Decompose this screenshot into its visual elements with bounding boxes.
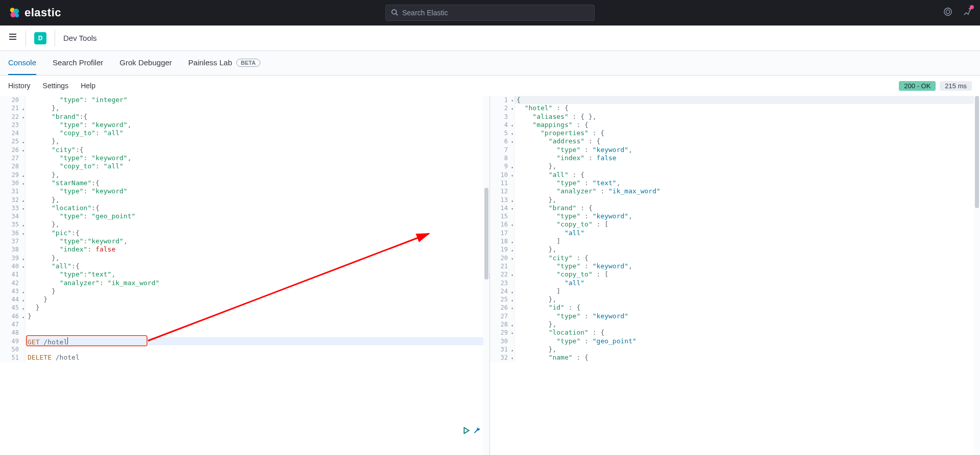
code-line[interactable]: "location":{ bbox=[26, 204, 489, 212]
code-line[interactable]: }, bbox=[26, 254, 489, 262]
line-number: 20 bbox=[0, 96, 25, 104]
code-line[interactable]: "brand":{ bbox=[26, 113, 489, 121]
tabs-bar: ConsoleSearch ProfilerGrok DebuggerPainl… bbox=[0, 51, 980, 75]
fold-open-icon[interactable]: ▾ bbox=[511, 355, 513, 363]
tab-grok-debugger[interactable]: Grok Debugger bbox=[119, 51, 172, 75]
tab-search-profiler[interactable]: Search Profiler bbox=[53, 51, 103, 75]
tab-label: Painless Lab bbox=[188, 58, 232, 67]
line-gutter: 2021▴22▾232425▴26▾272829▴30▾3132▴33▾3435… bbox=[0, 96, 26, 362]
scroll-thumb[interactable] bbox=[484, 188, 488, 280]
code-line[interactable]: } bbox=[26, 304, 489, 312]
code-line: "location" : { bbox=[514, 328, 980, 337]
search-input[interactable] bbox=[402, 9, 589, 17]
code-line[interactable]: "all":{ bbox=[26, 262, 489, 270]
settings-link[interactable]: Settings bbox=[43, 82, 69, 90]
response-editor[interactable]: 1▾2▾34▾5▾6▾789▴10▾111213▴14▾1516▾1718▴19… bbox=[490, 96, 980, 455]
svg-point-2 bbox=[11, 12, 16, 18]
code-line[interactable]: DELETE /hotel bbox=[26, 353, 489, 362]
code-line: "brand" : { bbox=[514, 204, 980, 212]
code-line[interactable]: }, bbox=[26, 220, 489, 229]
history-link[interactable]: History bbox=[8, 82, 31, 90]
code-line[interactable]: "copy_to": "all" bbox=[26, 162, 489, 170]
line-number: 17 bbox=[490, 229, 514, 237]
code-line: }, bbox=[514, 162, 980, 170]
code-line: "city" : { bbox=[514, 254, 980, 262]
help-icon[interactable] bbox=[943, 7, 952, 19]
code-line[interactable]: "starName":{ bbox=[26, 179, 489, 187]
play-icon[interactable] bbox=[463, 427, 470, 436]
code-line[interactable]: "type":"keyword", bbox=[26, 237, 489, 245]
line-number: 9▴ bbox=[490, 162, 514, 170]
global-search bbox=[385, 5, 595, 21]
code-line[interactable] bbox=[26, 328, 489, 337]
wrench-icon[interactable] bbox=[473, 427, 480, 436]
line-number: 8 bbox=[490, 154, 514, 162]
line-number: 35▴ bbox=[0, 220, 25, 229]
tab-console[interactable]: Console bbox=[8, 51, 36, 75]
code-line[interactable]: "type": "integer" bbox=[26, 96, 489, 104]
code-area[interactable]: "type": "integer" }, "brand":{ "type": "… bbox=[26, 96, 489, 362]
svg-point-6 bbox=[944, 8, 951, 15]
code-line: "mappings" : { bbox=[514, 121, 980, 129]
svg-point-4 bbox=[392, 9, 397, 14]
scrollbar[interactable] bbox=[974, 96, 980, 455]
code-line[interactable]: "type":"text", bbox=[26, 270, 489, 279]
line-number: 27 bbox=[490, 312, 514, 320]
breadcrumb-title[interactable]: Dev Tools bbox=[63, 34, 97, 42]
code-line[interactable]: }, bbox=[26, 171, 489, 179]
help-link[interactable]: Help bbox=[81, 82, 95, 90]
code-line[interactable]: "pic":{ bbox=[26, 229, 489, 237]
code-line[interactable] bbox=[26, 320, 489, 328]
code-line: "copy_to" : [ bbox=[514, 270, 980, 279]
code-line: { bbox=[514, 96, 980, 104]
line-number: 27 bbox=[0, 154, 25, 162]
line-number: 24▴ bbox=[490, 287, 514, 295]
code-line[interactable]: "index": false bbox=[26, 245, 489, 254]
code-line[interactable]: GET /hotel bbox=[26, 337, 489, 345]
nav-toggle-icon[interactable] bbox=[8, 32, 17, 44]
search-icon bbox=[391, 9, 398, 17]
line-number: 22▾ bbox=[0, 113, 25, 121]
code-line[interactable]: } bbox=[26, 295, 489, 304]
line-number: 19▴ bbox=[490, 245, 514, 254]
code-line[interactable]: } bbox=[26, 312, 489, 320]
code-line[interactable]: }, bbox=[26, 104, 489, 112]
line-number: 26▾ bbox=[490, 304, 514, 312]
code-line: }, bbox=[514, 345, 980, 353]
code-line: "hotel" : { bbox=[514, 104, 980, 112]
code-line[interactable]: "type": "geo_point" bbox=[26, 212, 489, 220]
line-number: 28 bbox=[0, 162, 25, 170]
divider bbox=[26, 30, 26, 46]
tab-painless-lab[interactable]: Painless LabBETA bbox=[188, 51, 260, 75]
code-line[interactable]: "type": "keyword", bbox=[26, 121, 489, 129]
code-line[interactable]: } bbox=[26, 287, 489, 295]
logo[interactable]: elastic bbox=[8, 6, 61, 19]
toolbar-right: 200 - OK 215 ms bbox=[899, 81, 972, 91]
code-line[interactable]: }, bbox=[26, 196, 489, 204]
request-editor[interactable]: 2021▴22▾232425▴26▾272829▴30▾3132▴33▾3435… bbox=[0, 96, 490, 455]
scroll-thumb[interactable] bbox=[975, 96, 979, 208]
line-number: 13▴ bbox=[490, 196, 514, 204]
line-number: 4▾ bbox=[490, 121, 514, 129]
space-badge[interactable]: D bbox=[34, 32, 46, 44]
news-icon[interactable] bbox=[963, 7, 972, 19]
code-line[interactable]: }, bbox=[26, 137, 489, 145]
line-number: 41 bbox=[0, 270, 25, 279]
code-line[interactable]: "copy_to": "all" bbox=[26, 129, 489, 137]
code-line[interactable]: "type": "keyword" bbox=[26, 187, 489, 195]
tab-label: Search Profiler bbox=[53, 58, 103, 67]
line-number: 26▾ bbox=[0, 146, 25, 154]
line-number: 49 bbox=[0, 337, 25, 345]
code-line[interactable] bbox=[26, 345, 489, 353]
line-number: 51 bbox=[0, 353, 25, 362]
line-number: 25▴ bbox=[490, 295, 514, 304]
line-number: 23 bbox=[0, 121, 25, 129]
code-line[interactable]: "type": "keyword", bbox=[26, 154, 489, 162]
top-right-icons bbox=[943, 7, 972, 19]
search-box[interactable] bbox=[385, 5, 595, 21]
code-line: "aliases" : { }, bbox=[514, 113, 980, 121]
code-line[interactable]: "analyzer": "ik_max_word" bbox=[26, 279, 489, 287]
line-number: 20▾ bbox=[490, 254, 514, 262]
code-line[interactable]: "city":{ bbox=[26, 146, 489, 154]
line-number: 23 bbox=[490, 279, 514, 287]
